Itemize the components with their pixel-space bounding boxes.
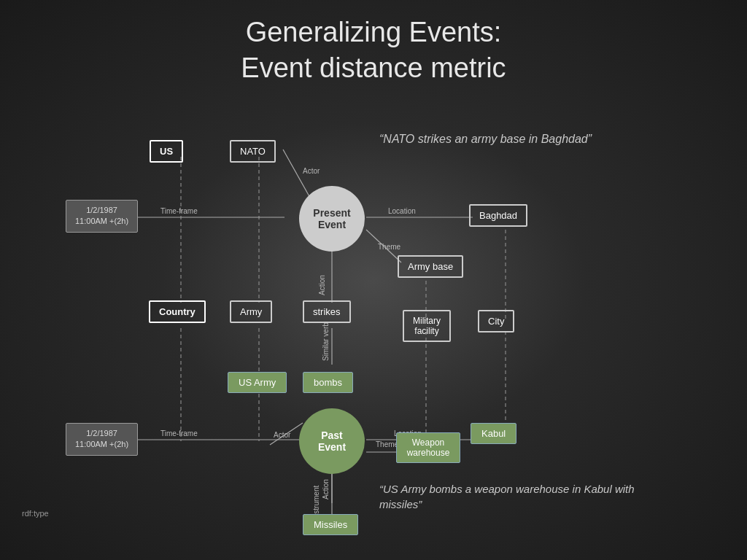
actor2-label: Actor: [274, 431, 291, 439]
quote-top: “NATO strikes an army base in Baghdad”: [379, 131, 627, 147]
us-node: US: [150, 140, 183, 163]
action2-label: Action: [322, 479, 330, 499]
strikes-node: strikes: [303, 300, 351, 323]
timeframe2-node: 1/2/198711:00AM +(2h): [66, 423, 138, 456]
timeframe2-label: Time-frame: [160, 429, 198, 438]
kabul-node: Kabul: [471, 423, 516, 444]
action1-label: Action: [318, 275, 326, 295]
present-event-node: Present Event: [299, 186, 365, 252]
nato-node: NATO: [230, 140, 276, 163]
missiles-node: Missiles: [303, 514, 358, 535]
rdf-type-label: rdf:type: [22, 509, 49, 518]
baghdad-node: Baghdad: [469, 204, 527, 227]
army-base-node: Army base: [398, 255, 463, 278]
diagram-area: Time-frame Location Actor Action Theme S…: [0, 109, 747, 560]
page-title: Generalizing Events: Event distance metr…: [0, 0, 747, 87]
actor1-label: Actor: [303, 167, 320, 175]
bombs-node: bombs: [303, 372, 353, 393]
similar-verb-label: Similar verb: [322, 322, 330, 361]
weapon-warehouse-node: Weaponwarehouse: [395, 432, 461, 463]
country-node: Country: [149, 300, 206, 323]
theme1-label: Theme: [378, 243, 401, 251]
quote-bottom: “US Army bombs a weapon warehouse in Kab…: [379, 481, 657, 512]
past-event-node: Past Event: [299, 408, 365, 474]
city-node: City: [478, 310, 514, 332]
timeframe1-node: 1/2/198711:00AM +(2h): [66, 200, 138, 233]
timeframe1-label: Time-frame: [160, 207, 198, 215]
us-army-node: US Army: [228, 372, 287, 393]
military-facility-node: Militaryfacility: [394, 310, 460, 342]
army-node: Army: [230, 300, 272, 323]
location1-label: Location: [388, 207, 416, 215]
